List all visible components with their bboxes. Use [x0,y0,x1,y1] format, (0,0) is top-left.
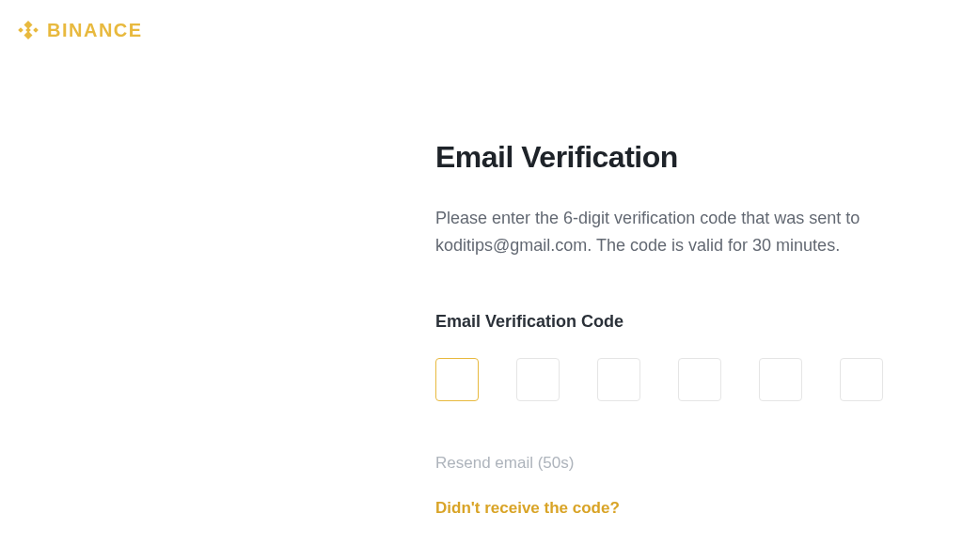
header: BINANCE [0,0,963,60]
page-title: Email Verification [435,140,903,175]
verification-panel: Email Verification Please enter the 6-di… [0,60,903,518]
code-input-group [435,358,903,401]
resend-countdown: Resend email (50s) [435,454,903,473]
code-digit-2[interactable] [516,358,560,401]
help-link[interactable]: Didn't receive the code? [435,499,620,517]
binance-logo-icon [17,19,39,41]
code-digit-4[interactable] [678,358,721,401]
brand-logo[interactable]: BINANCE [17,19,143,41]
code-digit-1[interactable] [435,358,479,401]
code-field-label: Email Verification Code [435,312,903,332]
brand-name: BINANCE [47,20,143,41]
code-digit-5[interactable] [759,358,802,401]
code-digit-6[interactable] [840,358,883,401]
svg-rect-1 [33,27,39,33]
code-digit-3[interactable] [597,358,640,401]
verification-description: Please enter the 6-digit verification co… [435,205,877,259]
